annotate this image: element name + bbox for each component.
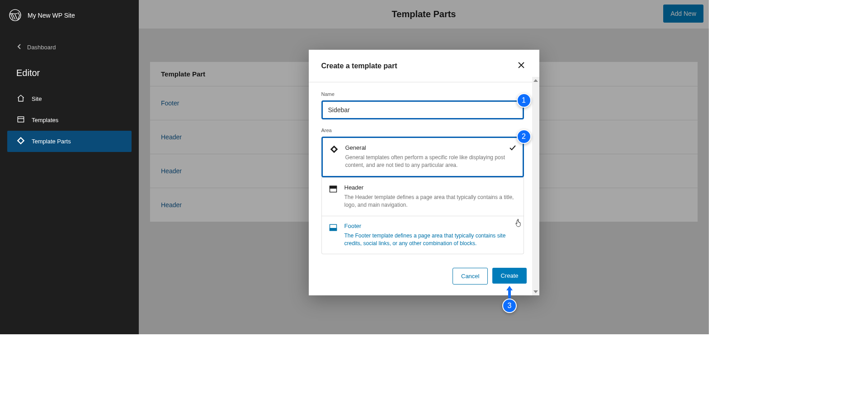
sidebar-nav-templates[interactable]: Templates [7, 109, 132, 131]
area-option-selected-box: General General templates often perform … [321, 137, 524, 177]
nav-label: Templates [32, 117, 58, 123]
svg-rect-4 [330, 186, 336, 188]
callout-badge-3: 3 [502, 299, 517, 313]
cancel-button[interactable]: Cancel [453, 268, 488, 285]
footer-icon [328, 223, 338, 232]
svg-rect-1 [18, 117, 24, 122]
main-content: Template Parts Add New Template Part Add… [139, 0, 709, 334]
area-option-desc: The Footer template defines a page area … [344, 232, 517, 248]
area-option-desc: The Header template defines a page area … [344, 194, 517, 209]
area-field-label: Area [321, 128, 524, 133]
area-option-header[interactable]: Header The Header template defines a pag… [322, 177, 524, 216]
template-part-icon [16, 136, 25, 147]
area-options-rest: Header The Header template defines a pag… [321, 177, 524, 255]
sidebar: My New WP Site Dashboard Editor Site Tem… [0, 0, 139, 334]
close-icon [518, 61, 525, 71]
area-option-desc: General templates often perform a specif… [345, 154, 516, 170]
back-label: Dashboard [27, 44, 56, 51]
sidebar-title: Editor [0, 60, 139, 88]
modal-header: Create a template part [309, 50, 539, 82]
callout-badge-1: 1 [517, 93, 531, 108]
name-field-label: Name [321, 91, 524, 97]
modal-overlay: Create a template part Name [139, 0, 709, 334]
back-to-dashboard-link[interactable]: Dashboard [0, 30, 139, 60]
name-input[interactable] [321, 100, 524, 119]
modal-title: Create a template part [321, 62, 397, 70]
close-button[interactable] [516, 59, 527, 73]
callout-badge-2: 2 [517, 129, 531, 144]
area-option-name: Footer [344, 223, 517, 229]
modal-body: Name 1 Area 2 [309, 82, 539, 260]
wordpress-logo-icon[interactable] [9, 9, 21, 21]
scroll-down-icon[interactable] [532, 288, 539, 295]
sidebar-nav-site[interactable]: Site [7, 88, 132, 109]
modal-footer: Cancel Create 3 [309, 260, 539, 295]
sidebar-nav: Site Templates Template Parts [0, 88, 139, 152]
sidebar-header: My New WP Site [0, 0, 139, 30]
home-icon [16, 94, 25, 104]
area-option-name: General [345, 144, 516, 151]
layout-icon [16, 115, 25, 125]
nav-label: Template Parts [32, 138, 71, 145]
sidebar-nav-template-parts[interactable]: Template Parts [7, 131, 132, 152]
area-option-footer[interactable]: Footer The Footer template defines a pag… [322, 216, 524, 254]
area-option-name: Header [344, 184, 517, 191]
cursor-pointer-icon [515, 219, 522, 249]
chevron-left-icon [17, 44, 22, 51]
create-button[interactable]: Create [492, 268, 526, 284]
check-icon [509, 144, 516, 153]
header-icon [328, 184, 338, 194]
area-option-general[interactable]: General General templates often perform … [323, 138, 523, 176]
general-icon [329, 144, 339, 154]
create-template-part-modal: Create a template part Name [309, 50, 539, 295]
nav-label: Site [32, 95, 42, 102]
site-name[interactable]: My New WP Site [28, 12, 75, 19]
svg-rect-6 [330, 228, 336, 230]
